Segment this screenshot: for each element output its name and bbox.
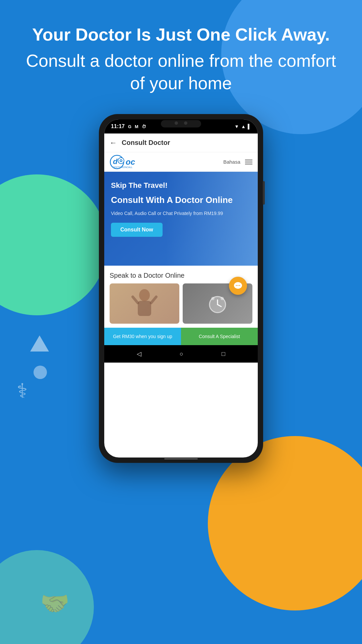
app-header: d oc DOCTORONCALL Bahasa bbox=[104, 152, 258, 172]
camera-left bbox=[175, 121, 178, 125]
signal-icon: ▼ bbox=[234, 124, 239, 129]
phone-outer-shell: 11:17 G M ⏱ ▼ ▲ ▌ ← Consult Doctor bbox=[99, 114, 263, 463]
svg-point-4 bbox=[120, 160, 122, 161]
phone-notch bbox=[161, 120, 201, 127]
stress-person-icon bbox=[131, 287, 158, 320]
svg-point-15 bbox=[221, 297, 224, 300]
menu-line-2 bbox=[245, 162, 252, 162]
status-time: 11:17 bbox=[111, 123, 125, 129]
phone-bottom-indicator bbox=[164, 458, 198, 460]
chat-bubble-icon bbox=[233, 281, 243, 290]
header-right: Bahasa bbox=[223, 159, 252, 165]
deco-triangle bbox=[30, 335, 49, 352]
status-gmail-icon: M bbox=[135, 124, 138, 129]
menu-line-3 bbox=[245, 164, 252, 164]
svg-point-14 bbox=[211, 297, 215, 300]
specialist-consult-button[interactable]: Consult A Specialist bbox=[181, 328, 258, 345]
svg-line-9 bbox=[133, 297, 138, 303]
stethoscope-icon: ⚕ bbox=[17, 379, 27, 402]
skip-travel-text: Skip The Travel! bbox=[111, 181, 251, 190]
status-p-icon: ⏱ bbox=[142, 124, 146, 129]
camera-right bbox=[184, 121, 187, 125]
doctor-image-cards bbox=[110, 283, 252, 324]
phone-mockup: 11:17 G M ⏱ ▼ ▲ ▌ ← Consult Doctor bbox=[99, 114, 263, 463]
banner-content: Skip The Travel! Consult With A Doctor O… bbox=[111, 181, 251, 237]
signup-offer-button[interactable]: Get RM30 when you sign up bbox=[104, 328, 181, 345]
chat-fab-button[interactable] bbox=[229, 277, 247, 295]
logo-svg: d oc DOCTORONCALL bbox=[110, 155, 146, 169]
hero-banner: Skip The Travel! Consult With A Doctor O… bbox=[104, 172, 258, 266]
phone-screen: 11:17 G M ⏱ ▼ ▲ ▌ ← Consult Doctor bbox=[104, 119, 258, 458]
app-bar: ← Consult Doctor bbox=[104, 133, 258, 152]
hero-subheadline: Consult a doctor online from the comfort… bbox=[20, 50, 342, 95]
speak-title: Speak to a Doctor Online bbox=[110, 272, 252, 279]
bg-blob-left bbox=[0, 174, 107, 315]
android-recents-button[interactable]: □ bbox=[222, 351, 225, 358]
back-button[interactable]: ← bbox=[110, 139, 117, 147]
stress-image-card bbox=[110, 283, 179, 324]
svg-text:d: d bbox=[113, 157, 118, 166]
consult-title-text: Consult With A Doctor Online bbox=[111, 195, 251, 206]
language-switcher[interactable]: Bahasa bbox=[223, 159, 240, 165]
consult-now-button[interactable]: Consult Now bbox=[111, 223, 163, 237]
consult-description: Video Call, Audio Call or Chat Privately… bbox=[111, 211, 251, 216]
svg-line-10 bbox=[151, 297, 156, 303]
speak-section: Speak to a Doctor Online bbox=[104, 266, 258, 328]
android-nav-bar: ◁ ○ □ bbox=[104, 345, 258, 363]
hero-section: Your Doctor Is Just One Click Away. Cons… bbox=[0, 23, 362, 95]
status-left: 11:17 G M ⏱ bbox=[111, 123, 146, 129]
camera-area bbox=[161, 120, 201, 125]
hero-headline: Your Doctor Is Just One Click Away. bbox=[20, 23, 342, 46]
menu-line-1 bbox=[245, 160, 252, 160]
deco-circle bbox=[34, 366, 47, 379]
svg-point-18 bbox=[236, 285, 237, 286]
svg-text:DOCTORONCALL: DOCTORONCALL bbox=[113, 166, 132, 168]
power-button bbox=[263, 181, 265, 205]
alarm-clock-icon bbox=[206, 292, 229, 315]
android-back-button[interactable]: ◁ bbox=[137, 350, 141, 358]
battery-icon: ▌ bbox=[248, 124, 251, 129]
svg-point-20 bbox=[239, 285, 240, 286]
status-right: ▼ ▲ ▌ bbox=[234, 124, 251, 129]
svg-point-7 bbox=[139, 289, 150, 301]
svg-rect-8 bbox=[138, 301, 151, 316]
svg-text:oc: oc bbox=[126, 157, 135, 166]
svg-point-19 bbox=[238, 285, 239, 286]
logo-area: d oc DOCTORONCALL bbox=[110, 155, 146, 169]
bottom-action-bar: Get RM30 when you sign up Consult A Spec… bbox=[104, 328, 258, 345]
hamburger-menu[interactable] bbox=[245, 160, 252, 164]
hands-icon: 🤝 bbox=[40, 590, 69, 617]
status-google-icon: G bbox=[128, 124, 131, 129]
android-home-button[interactable]: ○ bbox=[180, 351, 183, 358]
wifi-icon: ▲ bbox=[241, 124, 246, 129]
app-bar-title: Consult Doctor bbox=[122, 139, 170, 147]
